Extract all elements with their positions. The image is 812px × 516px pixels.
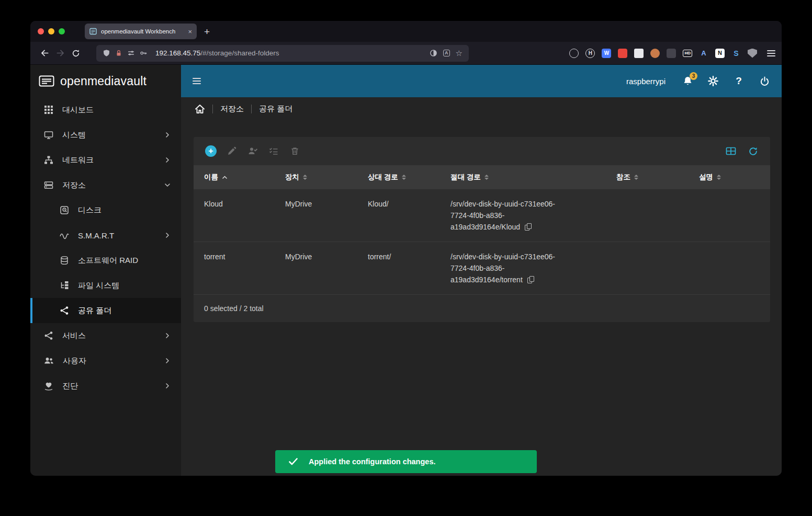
columns-toggle-button[interactable] xyxy=(725,145,737,157)
fullscreen-window-button[interactable] xyxy=(59,28,65,35)
copy-icon[interactable] xyxy=(527,276,534,283)
column-header-relative-path[interactable]: 상대 경로 xyxy=(368,173,450,182)
translate-extension-icon[interactable]: A xyxy=(699,49,708,58)
sidebar-item-label: 공유 폴더 xyxy=(78,306,111,316)
sidebar-item-smart[interactable]: S.M.A.R.T xyxy=(30,223,181,248)
new-tab-button[interactable]: + xyxy=(204,27,210,37)
sidebar-item-label: 서비스 xyxy=(62,331,86,341)
extensions-sliders-icon[interactable] xyxy=(127,49,135,57)
url-bar[interactable]: 192.168.45.75/#/storage/shared-folders A… xyxy=(96,45,469,62)
breadcrumb-item-shared-folders[interactable]: 공유 폴더 xyxy=(259,104,292,114)
sort-icon xyxy=(634,175,638,180)
back-button[interactable] xyxy=(37,45,52,61)
settings-gear-icon[interactable] xyxy=(707,75,719,87)
chevron-right-icon xyxy=(164,232,171,238)
table-row[interactable]: torrent MyDrive torrent/ /srv/dev-disk-b… xyxy=(194,242,770,295)
tab-favicon-icon xyxy=(89,28,97,35)
notion-extension-icon[interactable]: N xyxy=(715,49,725,58)
url-text[interactable]: 192.168.45.75/#/storage/shared-folders xyxy=(155,49,279,57)
delete-button[interactable] xyxy=(289,145,300,157)
sort-icon xyxy=(484,175,489,180)
permissions-lock-icon[interactable] xyxy=(115,49,122,57)
sidebar-item-storage[interactable]: 저장소 xyxy=(30,173,181,198)
network-icon xyxy=(44,155,53,165)
column-header-device[interactable]: 장치 xyxy=(285,173,368,182)
reload-button[interactable] xyxy=(68,45,84,61)
column-header-absolute-path[interactable]: 절대 경로 xyxy=(450,173,616,182)
absolute-path-text: /srv/dev-disk-by-uuid-c731ee06-7724-4f0b… xyxy=(450,200,555,231)
sidebar: 대시보드 시스템 네트워크 저장소 디스크 xyxy=(30,97,181,476)
container-extension-icon[interactable] xyxy=(667,49,676,58)
forward-button[interactable] xyxy=(52,45,68,61)
breadcrumb-item-storage[interactable]: 저장소 xyxy=(220,104,244,114)
translate-page-icon[interactable]: A xyxy=(443,50,450,56)
omv-logo-icon xyxy=(39,74,54,88)
check-icon xyxy=(289,458,298,465)
sidebar-item-services[interactable]: 서비스 xyxy=(30,323,181,348)
table-row[interactable]: Kloud MyDrive Kloud/ /srv/dev-disk-by-uu… xyxy=(194,189,770,242)
privileges-button[interactable] xyxy=(247,145,258,157)
pocket-extension-icon[interactable] xyxy=(569,49,579,58)
url-path: /#/storage/shared-folders xyxy=(200,49,279,57)
key-icon[interactable] xyxy=(140,49,148,57)
tab-bar: openmediavault Workbench × + xyxy=(30,21,782,42)
browser-menu-icon[interactable] xyxy=(767,49,775,58)
breadcrumb-separator xyxy=(251,105,252,113)
app-header: openmediavault raspberrypi 3 ? xyxy=(30,65,782,97)
cell-device: MyDrive xyxy=(285,198,368,210)
sidebar-item-dashboard[interactable]: 대시보드 xyxy=(30,97,181,122)
sidebar-item-diagnostics[interactable]: 진단 xyxy=(30,373,181,398)
copy-icon[interactable] xyxy=(525,223,531,230)
shield-extension-icon[interactable] xyxy=(748,49,757,58)
sidebar-item-shared-folders[interactable]: 공유 폴더 xyxy=(30,298,181,323)
pet-extension-icon[interactable] xyxy=(650,49,660,58)
minimize-window-button[interactable] xyxy=(48,28,54,35)
browser-window: openmediavault Workbench × + xyxy=(30,21,782,476)
app-body: 대시보드 시스템 네트워크 저장소 디스크 xyxy=(30,97,782,476)
help-button[interactable]: ? xyxy=(733,75,745,87)
shared-folder-icon xyxy=(60,306,69,315)
filesystem-icon xyxy=(60,281,69,290)
screenshot-extension-icon[interactable] xyxy=(634,49,644,58)
reader-mode-icon[interactable] xyxy=(430,49,437,57)
home-icon[interactable] xyxy=(195,104,205,114)
column-header-referenced[interactable]: 참조 xyxy=(616,173,699,182)
table-header: 이름 장치 상대 경로 절대 경로 xyxy=(194,165,770,189)
password-extension-icon[interactable] xyxy=(618,49,627,58)
sidebar-item-label: 시스템 xyxy=(62,130,86,140)
sidebar-item-network[interactable]: 네트워크 xyxy=(30,147,181,173)
cell-device: MyDrive xyxy=(285,251,368,262)
add-button[interactable]: + xyxy=(205,145,217,157)
sidebar-item-software-raid[interactable]: 소프트웨어 RAID xyxy=(30,248,181,273)
sidebar-item-system[interactable]: 시스템 xyxy=(30,122,181,147)
refresh-button[interactable] xyxy=(747,145,759,157)
column-header-name[interactable]: 이름 xyxy=(204,173,285,182)
sidebar-item-file-systems[interactable]: 파일 시스템 xyxy=(30,273,181,298)
tracking-protection-icon[interactable] xyxy=(103,49,110,57)
synology-extension-icon[interactable]: S xyxy=(731,49,741,58)
cell-relative-path: torrent/ xyxy=(368,251,450,262)
notifications-button[interactable]: 3 xyxy=(682,75,693,87)
toast-notification[interactable]: Applied the configuration changes. xyxy=(275,450,537,473)
app-title: openmediavault xyxy=(60,74,146,88)
shared-folders-panel: + xyxy=(194,137,770,322)
power-button[interactable] xyxy=(759,75,770,87)
sidebar-toggle-icon[interactable] xyxy=(193,76,201,86)
system-icon xyxy=(44,130,53,140)
wiz-extension-icon[interactable]: W xyxy=(602,49,611,58)
tab-close-icon[interactable]: × xyxy=(188,28,192,36)
edit-button[interactable] xyxy=(226,145,238,157)
browser-tab[interactable]: openmediavault Workbench × xyxy=(85,24,197,39)
account-extension-icon[interactable]: H xyxy=(585,49,595,58)
sidebar-item-users[interactable]: 사용자 xyxy=(30,348,181,373)
acl-button[interactable] xyxy=(268,145,279,157)
sidebar-item-disks[interactable]: 디스크 xyxy=(30,198,181,223)
bookmark-star-icon[interactable]: ☆ xyxy=(456,49,463,57)
column-header-description[interactable]: 설명 xyxy=(699,173,770,182)
hostname-label: raspberrypi xyxy=(626,77,666,86)
tab-title: openmediavault Workbench xyxy=(101,28,175,35)
smart-icon xyxy=(60,231,69,240)
breadcrumb: 저장소 공유 폴더 xyxy=(181,97,782,120)
hd-extension-icon[interactable]: HD xyxy=(683,50,692,57)
close-window-button[interactable] xyxy=(38,28,44,35)
